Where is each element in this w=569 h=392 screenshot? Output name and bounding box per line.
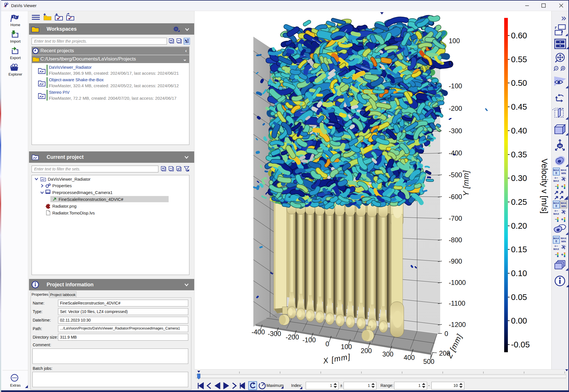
svg-text:400: 400 — [404, 354, 415, 361]
svg-text:+−: +− — [554, 244, 558, 248]
svg-text:-1000: -1000 — [449, 279, 466, 286]
svg-text:-900: -900 — [449, 258, 462, 265]
svg-text:-800: -800 — [449, 236, 462, 244]
svg-text:0.00: 0.00 — [511, 316, 527, 325]
svg-text:-600: -600 — [449, 193, 462, 201]
svg-text:MIN: MIN — [561, 172, 566, 175]
svg-text:Y [mm]: Y [mm] — [462, 170, 470, 196]
svg-text:−: − — [555, 217, 557, 222]
svg-text:-1200: -1200 — [449, 321, 466, 328]
svg-text:0: 0 — [444, 330, 448, 337]
svg-text:-400: -400 — [449, 149, 462, 157]
svg-text:MAX: MAX — [553, 212, 559, 215]
svg-text:MAX: MAX — [553, 248, 559, 251]
svg-text:100: 100 — [449, 37, 460, 45]
svg-text:−: − — [555, 252, 557, 257]
svg-text:MAX: MAX — [553, 180, 559, 182]
svg-text:-100: -100 — [302, 336, 316, 344]
svg-text:0.40: 0.40 — [511, 126, 527, 135]
svg-text:MAX: MAX — [553, 169, 559, 172]
svg-text:0.45: 0.45 — [511, 102, 527, 111]
svg-text:-400: -400 — [251, 328, 265, 336]
svg-text:0.20: 0.20 — [511, 221, 527, 230]
svg-text:-300: -300 — [449, 127, 462, 135]
svg-text:0.05: 0.05 — [511, 293, 527, 302]
svg-text:0.55: 0.55 — [511, 55, 527, 64]
svg-text:MAX: MAX — [561, 202, 566, 205]
svg-text:-700: -700 — [449, 215, 462, 222]
svg-text:0.60: 0.60 — [511, 31, 527, 40]
svg-text:X [mm]: X [mm] — [322, 352, 351, 365]
svg-text:-200: -200 — [285, 333, 299, 341]
svg-text:-200: -200 — [449, 105, 462, 112]
svg-text:MAX: MAX — [553, 237, 559, 240]
svg-text:0.10: 0.10 — [511, 269, 527, 278]
svg-text:-300: -300 — [268, 330, 281, 337]
svg-text:3D: 3D — [558, 145, 562, 147]
svg-text:+−: +− — [554, 176, 558, 180]
svg-text:0: 0 — [449, 60, 452, 67]
svg-text:0: 0 — [555, 205, 557, 208]
svg-text:0.50: 0.50 — [511, 78, 527, 87]
svg-text:0.35: 0.35 — [511, 150, 527, 159]
svg-text:+−: +− — [554, 209, 558, 212]
svg-text:+: + — [561, 217, 563, 222]
svg-text:-0.05: -0.05 — [511, 340, 530, 349]
svg-text:0.15: 0.15 — [511, 245, 527, 254]
svg-text:0: 0 — [325, 340, 329, 348]
svg-text:Velocity v [m/s]: Velocity v [m/s] — [540, 159, 549, 213]
svg-text:200: 200 — [361, 347, 372, 355]
svg-text:+: + — [561, 252, 563, 257]
svg-text:-500: -500 — [449, 171, 462, 179]
svg-text:100: 100 — [341, 343, 352, 351]
svg-text:MIN: MIN — [561, 240, 566, 243]
svg-text:0.30: 0.30 — [511, 174, 527, 183]
svg-text:−: − — [555, 184, 557, 189]
svg-text:-100: -100 — [449, 82, 462, 90]
svg-text:0: 0 — [555, 240, 557, 243]
svg-text:MAX: MAX — [553, 202, 559, 205]
svg-text:MAX: MAX — [561, 169, 566, 172]
svg-text:MIN: MIN — [561, 205, 566, 208]
svg-text:0: 0 — [555, 172, 557, 175]
svg-text:+: + — [561, 184, 563, 189]
svg-text:-1100: -1100 — [449, 300, 465, 307]
svg-text:500: 500 — [423, 358, 434, 365]
svg-text:MAX: MAX — [561, 237, 566, 240]
svg-text:300: 300 — [382, 351, 393, 358]
svg-text:0.25: 0.25 — [511, 197, 527, 207]
